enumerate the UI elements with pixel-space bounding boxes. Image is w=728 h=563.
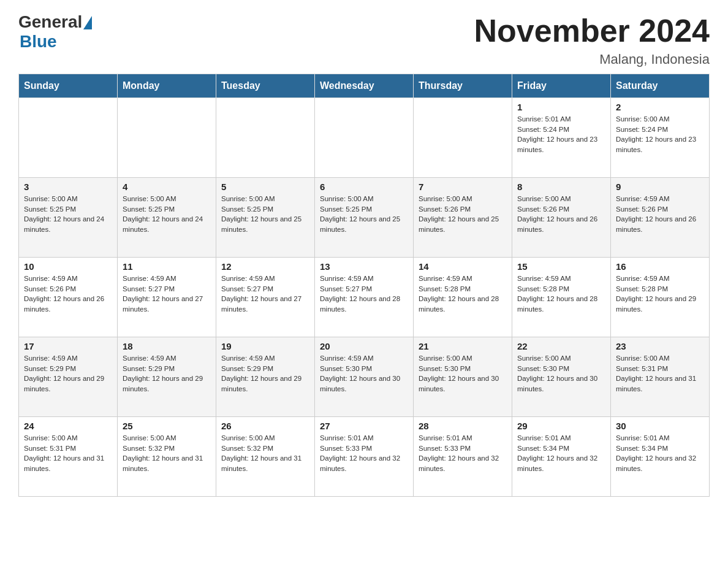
day-info: Sunrise: 4:59 AMSunset: 5:30 PMDaylight:… bbox=[320, 353, 408, 394]
logo-triangle-icon bbox=[83, 16, 92, 29]
calendar-cell: 18Sunrise: 4:59 AMSunset: 5:29 PMDayligh… bbox=[118, 337, 216, 417]
calendar-cell: 14Sunrise: 4:59 AMSunset: 5:28 PMDayligh… bbox=[414, 258, 512, 337]
calendar-cell: 22Sunrise: 5:00 AMSunset: 5:30 PMDayligh… bbox=[512, 337, 611, 417]
day-number: 7 bbox=[419, 182, 507, 192]
calendar-cell: 17Sunrise: 4:59 AMSunset: 5:29 PMDayligh… bbox=[19, 337, 118, 417]
day-number: 29 bbox=[517, 421, 605, 431]
day-number: 11 bbox=[123, 261, 211, 272]
calendar-cell: 30Sunrise: 5:01 AMSunset: 5:34 PMDayligh… bbox=[611, 417, 710, 497]
calendar-cell: 3Sunrise: 5:00 AMSunset: 5:25 PMDaylight… bbox=[19, 178, 118, 258]
calendar-table: SundayMondayTuesdayWednesdayThursdayFrid… bbox=[18, 74, 710, 497]
day-info: Sunrise: 5:01 AMSunset: 5:33 PMDaylight:… bbox=[419, 433, 507, 474]
logo: General Blue bbox=[18, 12, 92, 52]
day-number: 21 bbox=[419, 341, 507, 351]
day-number: 25 bbox=[123, 421, 211, 431]
calendar-cell: 23Sunrise: 5:00 AMSunset: 5:31 PMDayligh… bbox=[611, 337, 710, 417]
calendar-cell bbox=[118, 98, 216, 178]
header-cell-saturday: Saturday bbox=[611, 74, 710, 98]
day-number: 18 bbox=[123, 341, 211, 351]
day-info: Sunrise: 5:00 AMSunset: 5:25 PMDaylight:… bbox=[24, 194, 112, 235]
day-info: Sunrise: 5:01 AMSunset: 5:33 PMDaylight:… bbox=[320, 433, 408, 474]
day-number: 27 bbox=[320, 421, 408, 431]
header-cell-sunday: Sunday bbox=[19, 74, 118, 98]
week-row-4: 17Sunrise: 4:59 AMSunset: 5:29 PMDayligh… bbox=[19, 337, 710, 417]
day-number: 28 bbox=[419, 421, 507, 431]
day-number: 19 bbox=[221, 341, 309, 351]
day-number: 3 bbox=[24, 182, 112, 192]
calendar-cell: 24Sunrise: 5:00 AMSunset: 5:31 PMDayligh… bbox=[19, 417, 118, 497]
day-info: Sunrise: 4:59 AMSunset: 5:29 PMDaylight:… bbox=[24, 353, 112, 394]
header-cell-tuesday: Tuesday bbox=[216, 74, 315, 98]
calendar-cell: 7Sunrise: 5:00 AMSunset: 5:26 PMDaylight… bbox=[414, 178, 512, 258]
day-number: 12 bbox=[221, 261, 309, 272]
day-info: Sunrise: 5:00 AMSunset: 5:26 PMDaylight:… bbox=[517, 194, 605, 235]
day-number: 10 bbox=[24, 261, 112, 272]
day-info: Sunrise: 5:01 AMSunset: 5:34 PMDaylight:… bbox=[517, 433, 605, 474]
header-cell-friday: Friday bbox=[512, 74, 611, 98]
calendar-cell bbox=[315, 98, 414, 178]
calendar-cell: 19Sunrise: 4:59 AMSunset: 5:29 PMDayligh… bbox=[216, 337, 315, 417]
calendar-cell bbox=[216, 98, 315, 178]
calendar-cell: 2Sunrise: 5:00 AMSunset: 5:24 PMDaylight… bbox=[611, 98, 710, 178]
calendar-cell: 16Sunrise: 4:59 AMSunset: 5:28 PMDayligh… bbox=[611, 258, 710, 337]
day-info: Sunrise: 5:00 AMSunset: 5:31 PMDaylight:… bbox=[24, 433, 112, 474]
day-number: 14 bbox=[419, 261, 507, 272]
calendar-cell: 21Sunrise: 5:00 AMSunset: 5:30 PMDayligh… bbox=[414, 337, 512, 417]
calendar-cell: 27Sunrise: 5:01 AMSunset: 5:33 PMDayligh… bbox=[315, 417, 414, 497]
calendar-cell: 1Sunrise: 5:01 AMSunset: 5:24 PMDaylight… bbox=[512, 98, 611, 178]
day-number: 30 bbox=[616, 421, 704, 431]
week-row-5: 24Sunrise: 5:00 AMSunset: 5:31 PMDayligh… bbox=[19, 417, 710, 497]
calendar-cell: 9Sunrise: 4:59 AMSunset: 5:26 PMDaylight… bbox=[611, 178, 710, 258]
day-info: Sunrise: 5:00 AMSunset: 5:25 PMDaylight:… bbox=[123, 194, 211, 235]
day-number: 17 bbox=[24, 341, 112, 351]
day-number: 13 bbox=[320, 261, 408, 272]
day-info: Sunrise: 4:59 AMSunset: 5:29 PMDaylight:… bbox=[221, 353, 309, 394]
day-number: 24 bbox=[24, 421, 112, 431]
calendar-title: November 2024 bbox=[474, 12, 710, 49]
day-number: 5 bbox=[221, 182, 309, 192]
day-info: Sunrise: 4:59 AMSunset: 5:27 PMDaylight:… bbox=[221, 274, 309, 315]
day-info: Sunrise: 4:59 AMSunset: 5:28 PMDaylight:… bbox=[517, 274, 605, 315]
calendar-cell bbox=[414, 98, 512, 178]
day-info: Sunrise: 5:00 AMSunset: 5:32 PMDaylight:… bbox=[123, 433, 211, 474]
day-info: Sunrise: 5:00 AMSunset: 5:24 PMDaylight:… bbox=[616, 114, 704, 155]
week-row-1: 1Sunrise: 5:01 AMSunset: 5:24 PMDaylight… bbox=[19, 98, 710, 178]
day-info: Sunrise: 4:59 AMSunset: 5:26 PMDaylight:… bbox=[24, 274, 112, 315]
day-number: 16 bbox=[616, 261, 704, 272]
day-info: Sunrise: 5:00 AMSunset: 5:30 PMDaylight:… bbox=[419, 353, 507, 394]
day-info: Sunrise: 4:59 AMSunset: 5:28 PMDaylight:… bbox=[616, 274, 704, 315]
day-info: Sunrise: 4:59 AMSunset: 5:27 PMDaylight:… bbox=[320, 274, 408, 315]
calendar-header: SundayMondayTuesdayWednesdayThursdayFrid… bbox=[19, 74, 710, 98]
day-info: Sunrise: 5:00 AMSunset: 5:32 PMDaylight:… bbox=[221, 433, 309, 474]
day-info: Sunrise: 5:00 AMSunset: 5:30 PMDaylight:… bbox=[517, 353, 605, 394]
day-info: Sunrise: 5:01 AMSunset: 5:34 PMDaylight:… bbox=[616, 433, 704, 474]
calendar-cell: 28Sunrise: 5:01 AMSunset: 5:33 PMDayligh… bbox=[414, 417, 512, 497]
calendar-cell: 15Sunrise: 4:59 AMSunset: 5:28 PMDayligh… bbox=[512, 258, 611, 337]
header-row: SundayMondayTuesdayWednesdayThursdayFrid… bbox=[19, 74, 710, 98]
calendar-cell: 13Sunrise: 4:59 AMSunset: 5:27 PMDayligh… bbox=[315, 258, 414, 337]
day-number: 1 bbox=[517, 102, 605, 112]
calendar-cell: 6Sunrise: 5:00 AMSunset: 5:25 PMDaylight… bbox=[315, 178, 414, 258]
day-number: 2 bbox=[616, 102, 704, 112]
calendar-cell: 4Sunrise: 5:00 AMSunset: 5:25 PMDaylight… bbox=[118, 178, 216, 258]
week-row-3: 10Sunrise: 4:59 AMSunset: 5:26 PMDayligh… bbox=[19, 258, 710, 337]
day-info: Sunrise: 5:01 AMSunset: 5:24 PMDaylight:… bbox=[517, 114, 605, 155]
logo-general-text: General bbox=[18, 12, 82, 32]
calendar-cell: 8Sunrise: 5:00 AMSunset: 5:26 PMDaylight… bbox=[512, 178, 611, 258]
day-info: Sunrise: 5:00 AMSunset: 5:31 PMDaylight:… bbox=[616, 353, 704, 394]
page-header: General Blue November 2024 Malang, Indon… bbox=[18, 12, 710, 67]
header-cell-monday: Monday bbox=[118, 74, 216, 98]
title-section: November 2024 Malang, Indonesia bbox=[474, 12, 710, 67]
day-info: Sunrise: 5:00 AMSunset: 5:25 PMDaylight:… bbox=[320, 194, 408, 235]
day-number: 23 bbox=[616, 341, 704, 351]
calendar-cell: 11Sunrise: 4:59 AMSunset: 5:27 PMDayligh… bbox=[118, 258, 216, 337]
header-cell-thursday: Thursday bbox=[414, 74, 512, 98]
day-number: 4 bbox=[123, 182, 211, 192]
day-number: 20 bbox=[320, 341, 408, 351]
calendar-cell: 29Sunrise: 5:01 AMSunset: 5:34 PMDayligh… bbox=[512, 417, 611, 497]
day-number: 6 bbox=[320, 182, 408, 192]
calendar-cell bbox=[19, 98, 118, 178]
day-number: 8 bbox=[517, 182, 605, 192]
calendar-body: 1Sunrise: 5:01 AMSunset: 5:24 PMDaylight… bbox=[19, 98, 710, 497]
day-info: Sunrise: 4:59 AMSunset: 5:27 PMDaylight:… bbox=[123, 274, 211, 315]
